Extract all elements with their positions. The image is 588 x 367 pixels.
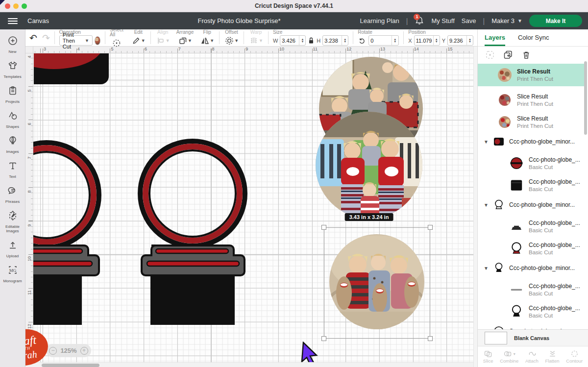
resize-handle-bottom-right[interactable] [428,336,433,341]
layer-row[interactable]: Slice ResultPrint Then Cut [478,111,585,133]
layer-row-selected[interactable]: Slice ResultPrint Then Cut [478,64,585,86]
resize-handle-bottom-left[interactable] [321,336,326,341]
combine-icon: ▾ [503,350,515,358]
height-stepper[interactable]: ▲▼ [342,36,348,45]
rotate-stepper[interactable]: ▲▼ [392,36,398,45]
rotate-input[interactable] [369,38,392,44]
height-axis-label: H [317,38,320,44]
horizontal-scrollbar-thumb[interactable] [42,364,99,367]
layer-row[interactable]: Ccc-photo-globe_...Basic Cut [478,152,585,174]
layer-row[interactable]: Ccc-photo-globe_...Basic Cut [478,238,585,259]
sidebar-item-editable-images[interactable]: EditableImages [0,207,25,237]
photo-monkeys-circle[interactable] [329,234,424,329]
sidebar-item-templates[interactable]: Templates [0,57,25,82]
x-input-wrap: ▲▼ [414,35,440,46]
resize-handle-top-left[interactable] [321,225,326,230]
rotate-icon[interactable] [358,36,367,45]
layer-row[interactable]: Ccc-photo-globe_...Basic Cut [478,301,585,322]
monogram-icon: MG [7,265,18,277]
layer-actions-row [478,47,588,63]
save-link[interactable]: Save [462,17,476,24]
chevron-down-icon[interactable]: ▼ [484,202,489,208]
tab-layers[interactable]: Layers [485,29,505,46]
flip-button[interactable]: ▼ [199,35,215,46]
new-icon [7,35,18,48]
layer-row[interactable]: Ccc-photo-globe_...Basic Cut [478,174,585,196]
layer-group-row[interactable]: ▼ Ccc-photo-globe_minor... [478,134,585,149]
images-icon [7,135,18,148]
slice-button: Slice [483,350,493,364]
caret-down-icon: ▼ [259,38,263,43]
ruler-mark: 15 [447,47,452,51]
edit-button[interactable]: ▼ [131,35,146,46]
height-input[interactable] [323,38,342,44]
learning-plan-link[interactable]: Learning Plan [360,17,399,24]
notifications-bell-icon[interactable]: 1 [415,16,424,26]
sidebar-item-upload[interactable]: Upload [0,237,25,262]
layer-row[interactable]: Ccc-photo-globe_...Basic Cut [478,216,585,237]
caret-down-icon: ▼ [85,38,89,43]
warp-button: ▼ [248,35,264,46]
layer-row[interactable]: Ccc-photo-globe_...Basic Cut [478,279,585,300]
photo-kids-thumb [497,115,512,129]
select-all-button[interactable] [111,38,122,49]
lock-icon[interactable] [308,36,315,46]
sidebar-item-new[interactable]: New [0,32,25,57]
sidebar-item-projects[interactable]: Projects [0,82,25,107]
blank-canvas-row[interactable]: Blank Canvas [478,329,588,346]
width-input[interactable] [280,38,299,44]
selected-object[interactable] [321,225,433,341]
phrases-icon [7,185,18,198]
my-stuff-link[interactable]: My Stuff [431,17,454,24]
arrange-button[interactable]: ▼ [177,35,193,46]
sidebar-item-monogram[interactable]: MGMonogram [0,262,25,287]
contour-icon [570,350,579,358]
zoom-in-button[interactable]: + [80,347,88,355]
duplicate-icon[interactable] [503,49,514,60]
upload-icon [7,240,18,252]
x-position-input[interactable] [415,38,433,44]
sidebar-item-phrases[interactable]: Phrases [0,182,25,207]
undo-icon[interactable]: ↶ [29,32,37,44]
globe-ring-right[interactable] [140,141,245,246]
globe-base-left[interactable] [33,245,99,325]
sidebar-item-images[interactable]: Images [0,132,25,157]
layer-group-row[interactable]: ▼ Ccc-photo-globe_minor... [478,324,585,329]
cut-shape-black-red[interactable] [33,53,109,84]
operation-dropdown[interactable]: Print Then Cut▼ [59,35,93,46]
sidebar-item-shapes[interactable]: Shapes [0,107,25,132]
chevron-down-icon[interactable]: ▼ [484,266,489,271]
ruler-mark: 10 [27,255,32,262]
tab-color-sync[interactable]: Color Sync [518,29,549,46]
blank-canvas-swatch[interactable] [485,332,507,344]
layer-group-row[interactable]: ▼ Ccc-photo-globe_minor... [478,197,585,212]
menu-hamburger-icon[interactable] [8,17,18,24]
canvas-nav-label[interactable]: Canvas [27,17,49,24]
globe-base-right[interactable] [142,245,245,325]
y-position-input[interactable] [448,38,466,44]
delete-layer-icon[interactable] [521,49,532,60]
zoom-out-button[interactable]: − [49,347,57,355]
layer-group-row[interactable]: ▼ Ccc-photo-globe_minor... [478,261,585,275]
ruler-mark: 9 [245,47,248,51]
width-stepper[interactable]: ▲▼ [299,36,305,45]
panel-scrollbar-thumb[interactable] [584,61,587,135]
horizontal-scrollbar [25,362,473,367]
x-stepper[interactable]: ▲▼ [433,36,440,45]
ruler-mark: 7 [27,154,32,161]
caret-down-icon: ▼ [141,38,146,43]
y-stepper[interactable]: ▲▼ [466,36,473,45]
resize-handle-top-right[interactable] [428,225,433,230]
layer-row[interactable]: Slice ResultPrint Then Cut [478,89,585,111]
text-icon [7,160,18,173]
color-swatch[interactable] [95,36,100,45]
ruler-mark: 14 [414,47,419,51]
chevron-down-icon[interactable]: ▼ [484,139,489,145]
photo-kids-bottom-circle[interactable] [316,112,422,219]
make-it-button[interactable]: Make It [529,15,582,27]
sidebar-item-text[interactable]: Text [0,157,25,182]
black-square-thumb [509,178,524,193]
offset-button[interactable]: ▼ [224,35,239,46]
globe-ring-left[interactable] [33,143,99,247]
machine-selector[interactable]: Maker 3▼ [491,17,522,24]
